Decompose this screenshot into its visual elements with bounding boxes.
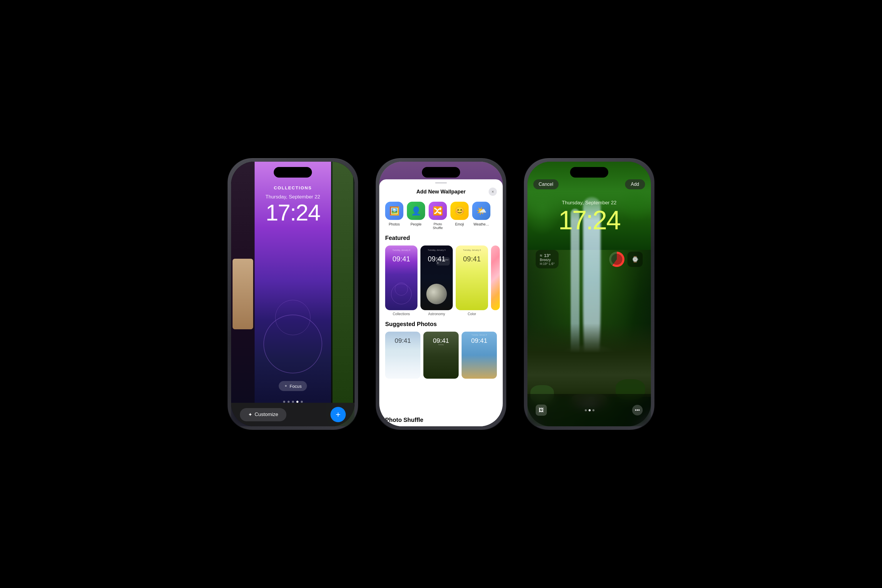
featured-color-card[interactable]: Tuesday, January 8 09:41 Color	[456, 246, 488, 316]
add-wallpaper-button[interactable]: +	[330, 407, 346, 422]
weather-label: Weathe…	[473, 222, 489, 226]
category-photos[interactable]: 🖼️ Photos	[385, 202, 404, 230]
moon-circle	[426, 284, 447, 304]
photos-icon: 🖼️	[389, 206, 399, 216]
phone3-top-bar: Cancel Add	[527, 162, 651, 194]
lock-date: Thursday, September 22	[266, 194, 320, 200]
cancel-button[interactable]: Cancel	[533, 179, 559, 189]
phone-2: Add New Wallpaper × 🖼️ Photos	[376, 158, 506, 430]
customize-label: Customize	[255, 412, 278, 417]
gallery-icon-button[interactable]: 🖼	[536, 405, 547, 416]
phone1-bottom-bar: ✦ Customize +	[231, 403, 355, 426]
emoji-label: Emoji	[455, 222, 464, 226]
dot-5	[301, 401, 303, 403]
temp-value: 13°	[544, 253, 550, 258]
sheet-close-button[interactable]: ×	[489, 188, 497, 196]
category-shuffle[interactable]: 🔀 PhotoShuffle	[429, 202, 447, 230]
dot-1	[283, 401, 285, 403]
fc-date-2: Tuesday, January 9	[428, 249, 446, 251]
dot-4	[296, 401, 298, 403]
dynamic-island-2	[422, 167, 460, 178]
customize-button[interactable]: ✦ Customize	[240, 408, 286, 421]
add-button[interactable]: Add	[625, 179, 645, 189]
phone3-bottom-bar: 🖼 •••	[527, 394, 651, 426]
suggested-section: 09:41 09:41 4 Km at 2.14/KmActivity 09:4…	[379, 332, 503, 379]
emoji-icon: 😊	[454, 206, 465, 216]
phone3-bottom-icons: 🖼 •••	[536, 399, 643, 416]
phone-3: Cancel Add Thursday, September 22 17:24 …	[524, 158, 654, 430]
featured-grid: Tuesday, January 8 09:41 Collections	[379, 246, 503, 321]
weather-icon: 🌤️	[476, 206, 487, 216]
sc-time-3: 09:41	[462, 337, 497, 345]
gallery-icon: 🖼	[538, 407, 544, 413]
featured-astronomy-label: Astronomy	[428, 312, 445, 316]
fc-info-box: First Quarter◐	[436, 257, 450, 266]
suggested-water-card[interactable]: 09:41 Tuesday, January 8	[462, 332, 497, 379]
dynamic-island-1	[274, 167, 312, 178]
weather-temp: ≈ 13°	[540, 253, 555, 258]
shuffle-icon: 🔀	[433, 206, 443, 216]
category-people[interactable]: 👤 People	[407, 202, 425, 230]
watch-icon: ⌚	[632, 256, 639, 263]
category-weather[interactable]: 🌤️ Weathe…	[472, 202, 490, 230]
phone-1: Thursday, September 22 17:24 ⚬ Focus	[228, 158, 358, 430]
weather-condition: Breezy	[540, 258, 555, 262]
circle-decoration-2	[263, 315, 322, 374]
fc-time-1: 09:41	[393, 255, 410, 263]
plus-icon: +	[336, 410, 340, 419]
more-options-button[interactable]: •••	[632, 405, 643, 416]
people-icon-bg: 👤	[407, 202, 425, 220]
fc-date-3: Tuesday, January 8	[463, 249, 481, 251]
focus-button[interactable]: ⚬ Focus	[279, 381, 307, 391]
category-emoji[interactable]: 😊 Emoji	[450, 202, 469, 230]
dot-2	[288, 401, 290, 403]
featured-extra-card[interactable]	[491, 246, 500, 316]
wallpaper-strip: Thursday, September 22 17:24 ⚬ Focus	[231, 162, 355, 426]
sheet-header: Add New Wallpaper ×	[379, 183, 503, 199]
p3-dot-1	[585, 409, 587, 411]
more-icon: •••	[635, 408, 640, 413]
sheet-title: Add New Wallpaper	[393, 189, 489, 195]
ring-widgets: ⌚	[609, 252, 643, 267]
suggested-snow-card[interactable]: 09:41	[385, 332, 420, 379]
fc-date-1: Tuesday, January 8	[393, 249, 410, 251]
photo-shuffle-bottom-label: Photo Shuffle	[379, 414, 503, 426]
watch-widget[interactable]: ⌚	[627, 252, 643, 267]
featured-collections-label: Collections	[393, 312, 410, 316]
featured-collections-card[interactable]: Tuesday, January 8 09:41 Collections	[385, 246, 417, 316]
collections-label: COLLECTIONS	[274, 185, 312, 190]
phone3-page-dots	[585, 409, 594, 411]
featured-astronomy-card[interactable]: Tuesday, January 9 09:41 First Quarter◐ …	[420, 246, 453, 316]
phone3-date: Thursday, September 22	[527, 200, 651, 206]
strip-right-leaf	[333, 162, 353, 426]
strip-left	[231, 162, 255, 426]
phone3-screen: Cancel Add Thursday, September 22 17:24 …	[527, 162, 651, 426]
customize-icon: ✦	[248, 412, 252, 418]
activity-ring-widget[interactable]	[609, 252, 624, 267]
fc-time-3: 09:41	[463, 255, 481, 263]
close-icon: ×	[492, 189, 494, 194]
featured-color-label: Color	[468, 312, 476, 316]
dot-3	[292, 401, 294, 403]
featured-title: Featured	[379, 235, 503, 246]
phone2-screen: Add New Wallpaper × 🖼️ Photos	[379, 162, 503, 426]
shuffle-icon-bg: 🔀	[429, 202, 447, 220]
strip-center: Thursday, September 22 17:24 ⚬ Focus	[255, 162, 331, 426]
suggested-grid: 09:41 09:41 4 Km at 2.14/KmActivity 09:4…	[385, 332, 497, 379]
photos-icon-bg: 🖼️	[385, 202, 404, 220]
lock-time: 17:24	[266, 201, 320, 224]
p3-dot-3	[592, 409, 594, 411]
people-label: People	[410, 222, 421, 226]
categories-row: 🖼️ Photos 👤 People 🔀	[379, 199, 503, 235]
suggested-hills-card[interactable]: 09:41 4 Km at 2.14/KmActivity	[423, 332, 459, 379]
phone1-screen: Thursday, September 22 17:24 ⚬ Focus	[231, 162, 355, 426]
suggested-title: Suggested Photos	[379, 321, 503, 332]
wind-icon: ≈	[540, 253, 542, 258]
phone3-time: 17:24	[527, 206, 651, 235]
strip-left-person	[232, 259, 253, 329]
p3-dot-2	[589, 409, 591, 411]
focus-icon: ⚬	[284, 383, 288, 388]
weather-icon-bg: 🌤️	[472, 202, 490, 220]
weather-widget[interactable]: ≈ 13° Breezy H:19° L:6°	[536, 250, 559, 268]
focus-label: Focus	[290, 384, 302, 388]
